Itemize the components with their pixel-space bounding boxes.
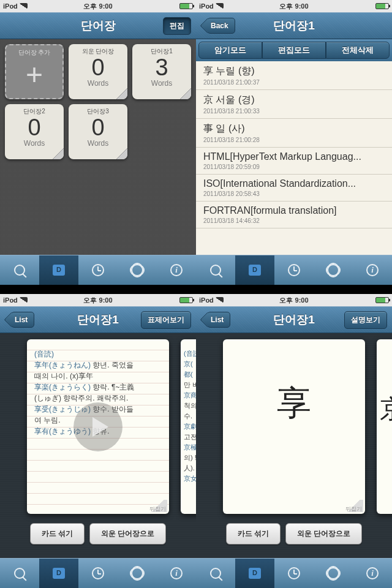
tab-info[interactable]: i	[353, 255, 392, 285]
search-icon	[14, 265, 25, 276]
battery-icon	[179, 3, 193, 9]
tab-history[interactable]	[274, 559, 314, 588]
show-description-button[interactable]: 설명보기	[344, 311, 387, 329]
clock-icon	[288, 567, 300, 579]
status-bar: iPod 오후 9:00	[196, 0, 392, 12]
tab-history[interactable]	[78, 559, 118, 588]
clock-icon	[92, 567, 104, 579]
list-item[interactable]: FORTRAN[formula translation]2011/03/18 1…	[196, 202, 392, 228]
clock-icon	[92, 264, 104, 276]
study-card[interactable]: 享 뒤집기	[223, 339, 365, 514]
seg-memorize[interactable]: 암기모드	[198, 42, 262, 59]
tab-settings[interactable]	[118, 559, 157, 588]
list-item[interactable]: 京 서울 (경)2011/03/18 21:00:33	[196, 90, 392, 119]
wordbook-card[interactable]: 단어장3 0 Words	[69, 104, 127, 159]
move-learned-button[interactable]: 외운 단어장으로	[285, 523, 362, 545]
tab-search[interactable]	[0, 255, 39, 285]
battery-icon	[375, 297, 389, 303]
tab-settings[interactable]	[314, 559, 353, 588]
headword-char: 享	[230, 398, 358, 409]
status-time: 오후 9:00	[279, 2, 308, 11]
info-icon: i	[366, 567, 379, 579]
wifi-icon	[216, 297, 224, 303]
dictionary-icon	[249, 568, 261, 579]
tab-settings[interactable]	[314, 255, 353, 285]
shuffle-button[interactable]: 카드 섞기	[226, 523, 281, 545]
tab-dictionary[interactable]	[235, 255, 274, 285]
tab-settings[interactable]	[118, 255, 157, 285]
wordbook-grid: 단어장 추가 + 외운 단어장 0 Words 단어장1 3 Words 단어장…	[0, 39, 196, 255]
page-curl-icon	[180, 88, 191, 99]
info-icon: i	[366, 264, 379, 276]
navbar: List 단어장1 표제어보기	[0, 306, 196, 333]
tab-history[interactable]	[274, 255, 314, 285]
wifi-icon	[216, 3, 224, 9]
list-item[interactable]: ISO[International Standardization...2011…	[196, 175, 392, 202]
wordbook-card[interactable]: 단어장2 0 Words	[5, 104, 64, 159]
screen-card-definition: iPod 오후 9:00 List 단어장1 표제어보기 (音読) 享年(きょう…	[0, 294, 196, 588]
list-item[interactable]: 享 누릴 (향)2011/03/18 21:00:37	[196, 61, 392, 90]
search-icon	[210, 265, 221, 276]
dictionary-icon	[53, 265, 65, 276]
page-title: 단어장	[81, 18, 116, 34]
search-icon	[14, 568, 25, 579]
list-button[interactable]: List	[207, 312, 230, 328]
page-curl-icon	[116, 88, 127, 99]
gear-icon	[327, 567, 339, 579]
tab-search[interactable]	[0, 559, 39, 588]
flip-button[interactable]: 뒤집기	[149, 500, 167, 512]
word-list[interactable]: 享 누릴 (향)2011/03/18 21:00:37 京 서울 (경)2011…	[196, 61, 392, 255]
edit-button[interactable]: 편집	[163, 17, 191, 35]
page-curl-icon	[116, 148, 127, 159]
page-title: 단어장1	[77, 312, 119, 328]
add-wordbook-card[interactable]: 단어장 추가 +	[5, 44, 64, 99]
status-bar: iPod 오후 9:00	[0, 0, 196, 12]
tab-info[interactable]: i	[157, 559, 196, 588]
list-item[interactable]: HTML[HyperText Markup Languag...2011/03/…	[196, 148, 392, 175]
wifi-icon	[20, 3, 28, 9]
screen-wordbook-detail: iPod 오후 9:00 Back 단어장1 암기모드 편집모드 전체삭제 享 …	[196, 0, 392, 294]
screen-card-headword: iPod 오후 9:00 List 단어장1 설명보기 享 뒤집기 京 카드 섞…	[196, 294, 392, 588]
tab-bar: i	[196, 255, 392, 285]
wordbook-card[interactable]: 단어장1 3 Words	[132, 44, 191, 99]
dictionary-icon	[249, 265, 261, 276]
tab-info[interactable]: i	[157, 255, 196, 285]
status-bar: iPod 오후 9:00	[196, 294, 392, 306]
study-card[interactable]: (音読) 享年(きょうねん) 향년. 죽었을 때의 나이. (x)享年 享楽(き…	[27, 339, 169, 514]
seg-edit[interactable]: 편집모드	[262, 42, 326, 59]
move-learned-button[interactable]: 외운 단어장으로	[89, 523, 166, 545]
gear-icon	[327, 264, 339, 276]
battery-icon	[179, 297, 193, 303]
navbar: List 단어장1 설명보기	[196, 306, 392, 333]
tab-history[interactable]	[78, 255, 118, 285]
show-headword-button[interactable]: 표제어보기	[141, 311, 191, 329]
navbar: 단어장 편집	[0, 12, 196, 39]
battery-icon	[375, 3, 389, 9]
page-curl-icon	[53, 148, 64, 159]
status-bar: iPod 오후 9:00	[0, 294, 196, 306]
tab-dictionary[interactable]	[235, 559, 274, 588]
tab-info[interactable]: i	[353, 559, 392, 588]
dictionary-icon	[53, 568, 65, 579]
play-icon[interactable]	[74, 402, 123, 451]
info-icon: i	[170, 567, 183, 579]
seg-delete-all[interactable]: 전체삭제	[326, 42, 390, 59]
tab-dictionary[interactable]	[39, 559, 78, 588]
shuffle-button[interactable]: 카드 섞기	[30, 523, 85, 545]
card-area: (音読) 享年(きょうねん) 향년. 죽었을 때의 나이. (x)享年 享楽(き…	[0, 333, 196, 558]
wordbook-card[interactable]: 외운 단어장 0 Words	[69, 44, 127, 99]
list-item[interactable]: 事 일 (사)2011/03/18 21:00:28	[196, 119, 392, 148]
list-button[interactable]: List	[11, 312, 34, 328]
clock-icon	[288, 264, 300, 276]
next-card-peek[interactable]: (音読)京(都(만 비京商척의수.京劇고전京極의) !人).京女	[181, 339, 196, 514]
status-time: 오후 9:00	[83, 2, 112, 11]
tab-search[interactable]	[196, 559, 235, 588]
flip-button[interactable]: 뒤집기	[345, 500, 363, 512]
card-area: 享 뒤집기 京 카드 섞기 외운 단어장으로	[196, 333, 392, 558]
wifi-icon	[20, 297, 28, 303]
tab-dictionary[interactable]	[39, 255, 78, 285]
back-button[interactable]: Back	[207, 18, 235, 34]
tab-search[interactable]	[196, 255, 235, 285]
next-card-peek[interactable]: 京	[377, 339, 392, 514]
page-title: 단어장1	[273, 312, 315, 328]
